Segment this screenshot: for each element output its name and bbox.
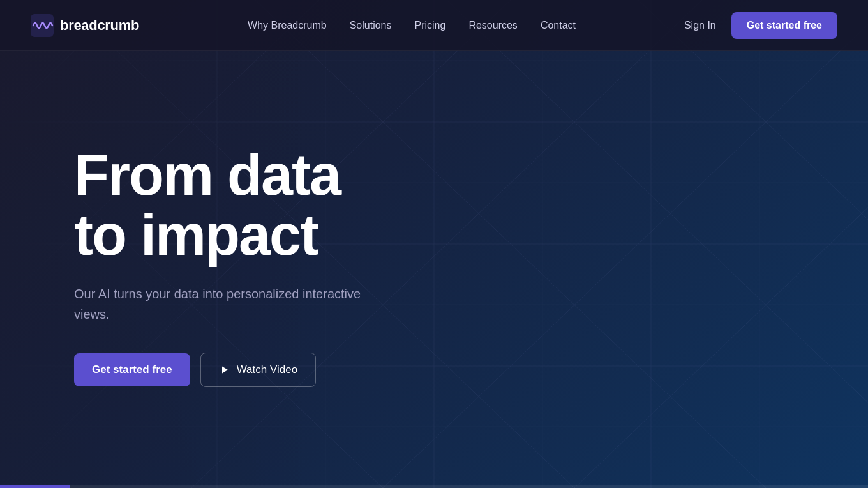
nav-actions: Sign In Get started free <box>684 12 837 39</box>
hero-buttons: Get started free Watch Video <box>74 353 794 387</box>
nav-item-solutions[interactable]: Solutions <box>350 20 392 31</box>
nav-link-contact[interactable]: Contact <box>541 20 576 31</box>
nav-get-started-button[interactable]: Get started free <box>731 12 837 39</box>
progress-fill <box>0 485 70 488</box>
nav-link-why-breadcrumb[interactable]: Why Breadcrumb <box>248 20 327 31</box>
nav-link-pricing[interactable]: Pricing <box>414 20 445 31</box>
logo-icon <box>31 14 54 37</box>
logo-text: breadcrumb <box>60 17 139 34</box>
sign-in-link[interactable]: Sign In <box>684 20 716 31</box>
nav-item-contact[interactable]: Contact <box>541 20 576 31</box>
hero-section: From data to impact Our AI turns your da… <box>0 51 868 480</box>
nav-item-resources[interactable]: Resources <box>468 20 517 31</box>
nav-link-resources[interactable]: Resources <box>468 20 517 31</box>
hero-title-line2: to impact <box>74 205 470 266</box>
hero-watch-video-button[interactable]: Watch Video <box>200 353 316 387</box>
watch-video-label: Watch Video <box>237 363 297 376</box>
nav-item-pricing[interactable]: Pricing <box>414 20 445 31</box>
navbar: breadcrumb Why Breadcrumb Solutions Pric… <box>0 0 868 51</box>
nav-links: Why Breadcrumb Solutions Pricing Resourc… <box>248 20 576 31</box>
hero-title-line1: From data <box>74 145 470 206</box>
hero-subtitle: Our AI turns your data into personalized… <box>74 284 393 324</box>
logo-link[interactable]: breadcrumb <box>31 14 139 37</box>
nav-item-why-breadcrumb[interactable]: Why Breadcrumb <box>248 20 327 31</box>
nav-link-solutions[interactable]: Solutions <box>350 20 392 31</box>
svg-rect-25 <box>31 14 54 37</box>
hero-title: From data to impact <box>74 145 470 266</box>
play-icon <box>219 364 230 376</box>
hero-get-started-button[interactable]: Get started free <box>74 353 190 386</box>
progress-bar <box>0 485 868 488</box>
